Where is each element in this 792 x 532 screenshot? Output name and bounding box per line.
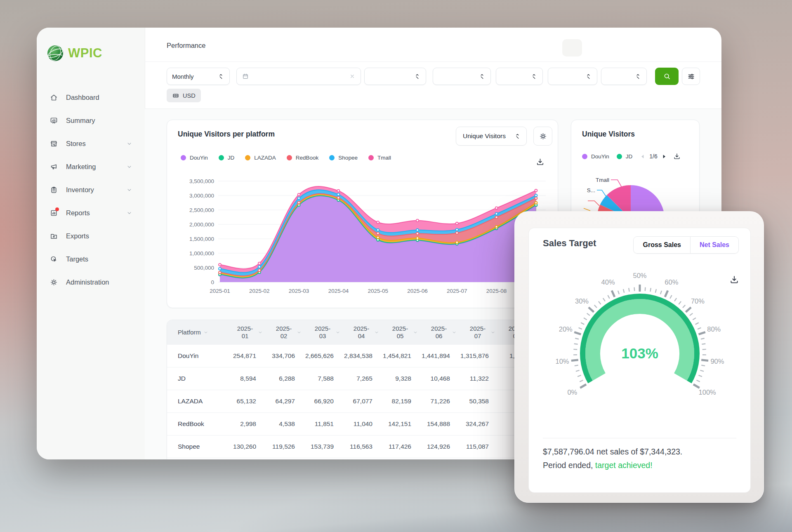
filter-select-2[interactable] [433,68,491,85]
period-select[interactable]: Monthly [167,68,230,85]
sidebar-item-inventory[interactable]: Inventory [37,178,145,201]
sidebar-item-targets[interactable]: Targets [37,247,145,271]
platform-cell: DouYin [167,345,226,367]
filter-select-1[interactable] [364,68,426,85]
download-icon[interactable] [673,152,681,160]
sliders-icon [687,73,695,80]
tri-left-icon[interactable] [640,153,646,160]
legend-item-jd[interactable]: JD [617,153,633,160]
area-chart: 0500,0001,000,0001,500,0002,000,0002,500… [170,167,555,298]
chart-settings-button[interactable] [533,127,552,146]
svg-text:2025-07: 2025-07 [447,288,467,294]
chevron-down-icon [126,141,132,147]
svg-text:40%: 40% [601,278,615,286]
sidebar-item-administration[interactable]: Administration [37,271,145,294]
column-header-2025-04[interactable]: 2025-04 [342,320,381,345]
chevron-down-icon [126,164,132,170]
legend-item-tmall[interactable]: Tmall [368,155,391,161]
legend-item-shopee[interactable]: Shopee [329,155,358,161]
tri-right-icon[interactable] [661,153,667,160]
search-button[interactable] [655,68,679,85]
filter-select-3[interactable] [496,68,543,85]
sidebar-item-summary[interactable]: Summary [37,109,145,132]
tab-gross-sales[interactable]: Gross Sales [634,237,690,253]
value-cell: 67,077 [342,390,381,412]
legend-item-lazada[interactable]: LAZADA [245,155,276,161]
legend-item-douyin[interactable]: DouYin [582,153,609,160]
value-cell: 154,888 [420,413,458,435]
date-range-input[interactable] [236,68,361,85]
avatar[interactable] [562,39,582,56]
sliders-icon [687,73,695,80]
platform-cell [167,458,226,459]
pie-legend: DouYinJD1/6 [582,152,681,160]
legend-label: Tmall [377,155,391,161]
sidebar-item-label: Reports [66,209,90,217]
value-cell: 50,358 [458,390,497,412]
updown-icon [514,133,521,140]
download-icon[interactable] [535,157,545,167]
legend-pager: 1/6 [640,152,681,160]
svg-text:1,500,000: 1,500,000 [189,236,214,242]
svg-text:90%: 90% [710,358,724,365]
summary-icon [50,116,58,125]
value-cell: 117,426 [381,435,420,458]
metric-select[interactable]: Unique Visitors [456,127,527,146]
sidebar-item-stores[interactable]: Stores [37,132,145,155]
column-header-2025-03[interactable]: 2025-03 [303,320,342,345]
target-icon [50,255,58,264]
value-cell: 10,468 [420,367,458,390]
sort-caret-icon [297,330,302,335]
value-cell: 153,739 [303,435,342,458]
legend-item-jd[interactable]: JD [219,155,235,161]
svg-text:3,500,000: 3,500,000 [189,178,214,184]
chevron-down-icon [126,187,132,193]
sidebar-item-exports[interactable]: Exports [37,224,145,247]
column-header-2025-07[interactable]: 2025-07 [458,320,497,345]
column-header-2025-01[interactable]: 2025-01 [226,320,264,345]
legend-label: Shopee [338,155,358,161]
notification-dot [55,207,59,211]
sidebar-item-marketing[interactable]: Marketing [37,155,145,178]
sidebar-item-label: Summary [66,117,95,125]
search-icon [663,72,671,80]
svg-text:30%: 30% [575,297,589,305]
column-header-2025-06[interactable]: 2025-06 [420,320,458,345]
sidebar-item-reports[interactable]: Reports [37,201,145,224]
clear-icon[interactable] [349,73,356,80]
svg-text:0: 0 [211,279,214,285]
legend-label: LAZADA [254,155,276,161]
clipboard-icon [50,186,58,194]
legend-label: DouYin [591,153,609,160]
svg-text:2025-01: 2025-01 [210,288,230,294]
legend-item-redbook[interactable]: RedBook [287,155,319,161]
column-header-2025-02[interactable]: 2025-02 [264,320,303,345]
filter-select-5[interactable] [601,68,647,85]
filter-settings-button[interactable] [682,68,700,85]
calendar-icon [242,73,249,80]
legend-dot [245,155,250,160]
svg-text:Tmall: Tmall [596,177,609,183]
filter-select-4[interactable] [548,68,597,85]
gear-icon [539,132,547,141]
value-cell: 11,851 [303,413,342,435]
column-header-platform[interactable]: Platform [167,320,226,345]
sidebar-item-label: Inventory [66,186,94,194]
desktop-background: WPIC DashboardSummaryStoresMarketingInve… [0,0,792,532]
globe-logo-icon [47,45,64,61]
legend-item-douyin[interactable]: DouYin [181,155,208,161]
column-header-2025-05[interactable]: 2025-05 [381,320,420,345]
footer-line1: $7,587,796.04 net sales of $7,344,323. [543,445,682,459]
megaphone-icon [50,162,58,171]
updown-icon [514,133,521,140]
tab-net-sales[interactable]: Net Sales [690,237,738,253]
value-cell: 2,834,538 [342,345,381,367]
value-cell: 124,926 [420,435,458,458]
chevron-down-icon [452,330,457,335]
download-icon [535,157,545,167]
page-title: Performance [167,42,205,49]
visitors-chart-title: Unique Visitors per platform [178,130,275,139]
legend-dot [617,154,622,159]
svg-text:2025-03: 2025-03 [289,288,309,294]
sidebar-item-dashboard[interactable]: Dashboard [37,86,145,109]
